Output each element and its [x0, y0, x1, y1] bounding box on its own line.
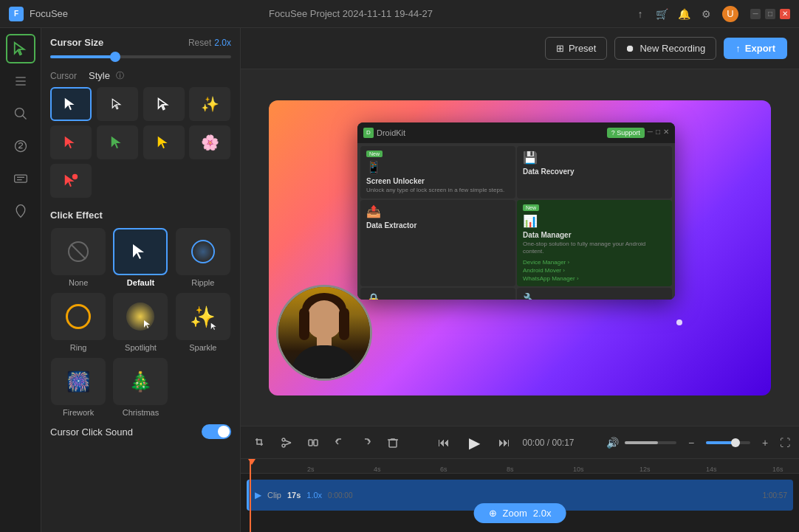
cart-icon[interactable]: 🛒 — [656, 7, 669, 21]
droidkit-item-manager: New 📊 Data Manager One-stop solution to … — [517, 200, 672, 286]
effect-firework[interactable]: 🎆 Firework — [50, 358, 106, 417]
redo-button[interactable] — [356, 432, 377, 453]
effect-none[interactable]: None — [50, 228, 106, 287]
cursor-size-title: Cursor Size — [50, 37, 103, 48]
zoom-slider-fill — [706, 441, 733, 444]
effect-sparkle-label: Sparkle — [189, 343, 216, 352]
undo-button[interactable] — [329, 432, 350, 453]
maximize-button[interactable]: □ — [765, 9, 775, 19]
app-name: FocuSee — [30, 8, 68, 19]
slider-thumb[interactable] — [110, 52, 120, 62]
svg-point-24 — [282, 444, 285, 447]
zoom-out-button[interactable]: − — [682, 434, 700, 452]
droidkit-logo: D DroidKit — [363, 128, 405, 138]
close-button[interactable]: ✕ — [780, 9, 790, 19]
svg-marker-13 — [65, 137, 75, 149]
svg-marker-0 — [14, 43, 24, 55]
volume-fill — [625, 441, 659, 444]
sidebar-item-audio[interactable] — [6, 131, 35, 161]
svg-point-23 — [282, 438, 285, 441]
svg-marker-10 — [65, 98, 75, 111]
fullscreen-button[interactable]: ⛶ — [780, 437, 790, 449]
total-time: 00:17 — [552, 438, 575, 448]
new-recording-button[interactable]: ⏺ New Recording — [614, 37, 716, 60]
settings-icon[interactable]: ⚙ — [700, 7, 713, 21]
export-button[interactable]: ↑ Export — [724, 38, 787, 59]
effect-sparkle[interactable]: ✨ Sparkle — [175, 293, 231, 352]
zoom-slider[interactable] — [706, 441, 750, 444]
crop-tool-button[interactable] — [250, 432, 270, 453]
zoom-pill[interactable]: ⊕ Zoom 2.0x — [474, 503, 566, 523]
cursor-option-green[interactable] — [97, 125, 138, 159]
droidkit-icon-recovery: 💾 — [523, 151, 666, 165]
sidebar-item-edit[interactable] — [6, 66, 35, 96]
cut-tool-button[interactable] — [276, 432, 297, 453]
effect-default[interactable]: Default — [112, 228, 168, 287]
share-icon[interactable]: ↑ — [634, 7, 647, 21]
cursor-style-grid: ✨ 🌸 — [50, 87, 231, 198]
titlebar-right: ↑ 🛒 🔔 ⚙ U ─ □ ✕ — [634, 6, 790, 22]
export-label: Export — [745, 43, 775, 54]
zoom-in-button[interactable]: + — [756, 434, 774, 452]
svg-point-4 — [15, 108, 24, 117]
effect-none-box — [51, 228, 106, 275]
svg-marker-11 — [112, 99, 120, 109]
cursor-option-red[interactable] — [50, 125, 92, 159]
clip-speed: 1.0x — [306, 491, 322, 500]
effect-ripple[interactable]: Ripple — [175, 228, 231, 287]
droidkit-close: ✕ — [663, 128, 669, 138]
avatar-icon[interactable]: U — [722, 6, 738, 22]
zoom-slider-thumb[interactable] — [731, 438, 740, 447]
effect-firework-box: 🎆 — [51, 358, 106, 405]
cursor-option-hand[interactable] — [50, 164, 92, 198]
ruler-mark-14s: 14s — [706, 466, 717, 473]
cursor-size-slider[interactable] — [50, 55, 231, 58]
cursor-size-reset[interactable]: Reset 2.0x — [188, 38, 231, 48]
cursor-option-sparkle[interactable]: ✨ — [189, 87, 230, 121]
ruler-mark-8s: 8s — [507, 466, 514, 473]
volume-slider[interactable] — [625, 441, 676, 444]
slider-fill — [50, 55, 114, 58]
merge-tool-button[interactable] — [303, 432, 323, 453]
cursor-option-default-white[interactable] — [50, 87, 92, 121]
sidebar-item-zoom[interactable] — [6, 99, 35, 128]
volume-icon[interactable]: 🔊 — [606, 437, 619, 449]
cursor-option-thin[interactable] — [97, 87, 138, 121]
ruler-marks-container: 2s 4s 6s 8s 10s 12s 14s 16s — [241, 459, 799, 473]
clip-label: Clip — [267, 491, 281, 500]
play-button[interactable]: ▶ — [462, 430, 487, 455]
effect-spotlight-box — [113, 293, 168, 340]
app-logo: F — [9, 7, 24, 21]
preset-button[interactable]: ⊞ Preset — [545, 37, 608, 60]
effect-christmas-box: 🎄 — [113, 358, 168, 405]
effect-ring[interactable]: Ring — [50, 293, 106, 352]
droidkit-titlebar: D DroidKit ? Support ─ □ ✕ — [357, 122, 675, 143]
preset-label: Preset — [569, 43, 597, 54]
sidebar-item-cursor[interactable] — [6, 34, 35, 63]
timeline: 2s 4s 6s 8s 10s 12s 14s 16s ▶ Clip 17s — [241, 458, 799, 532]
effect-christmas[interactable]: 🎄 Christmas — [112, 358, 168, 417]
droidkit-controls: ? Support ─ □ ✕ — [607, 128, 669, 138]
cursor-option-yellow[interactable] — [143, 125, 185, 159]
droidkit-icon-unlocker: 📱 — [366, 160, 510, 174]
svg-rect-28 — [314, 440, 318, 446]
skip-back-button[interactable]: ⏮ — [435, 434, 453, 452]
svg-rect-27 — [309, 440, 312, 446]
sidebar-item-caption[interactable] — [6, 164, 35, 193]
delete-button[interactable] — [383, 432, 403, 453]
cursor-option-outline[interactable] — [143, 87, 185, 121]
cursor-option-flower[interactable]: 🌸 — [189, 125, 230, 159]
cursor-click-sound-toggle[interactable] — [202, 424, 231, 439]
effect-christmas-label: Christmas — [123, 408, 160, 417]
effect-spotlight[interactable]: Spotlight — [112, 293, 168, 352]
droidkit-title-extractor: Data Extractor — [366, 221, 510, 229]
sidebar-item-effects[interactable] — [6, 196, 35, 226]
reset-label: Reset — [188, 38, 211, 48]
clip-time-end: 1:00:57 — [763, 491, 787, 500]
skip-forward-button[interactable]: ⏭ — [495, 434, 513, 452]
effect-ring-box — [51, 293, 106, 340]
minimize-button[interactable]: ─ — [750, 9, 761, 19]
svg-line-5 — [22, 116, 26, 120]
bell-icon[interactable]: 🔔 — [678, 7, 691, 21]
cursor-style-info: ⓘ — [116, 70, 124, 81]
